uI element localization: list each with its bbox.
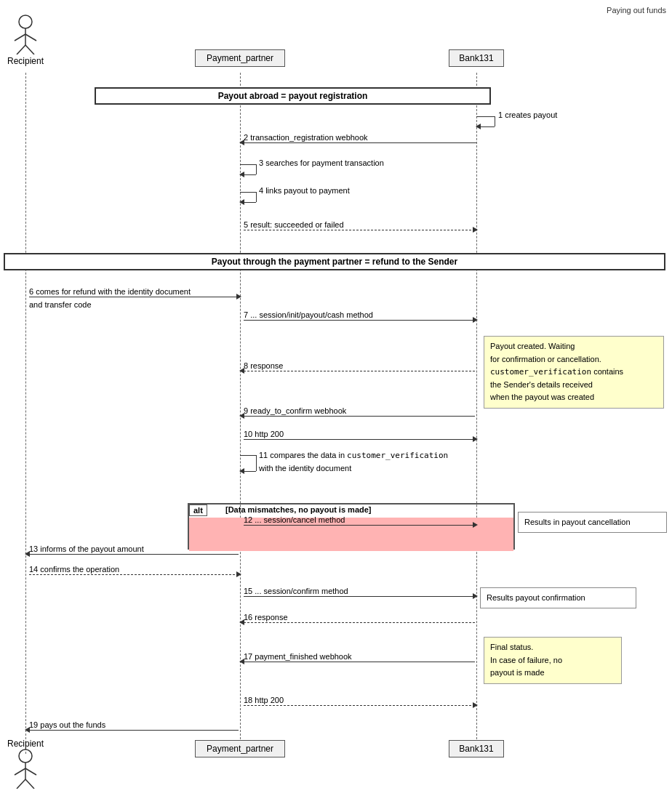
msg18-label: 18 http 200: [244, 696, 284, 704]
msg14-label: 14 confirms the operation: [29, 565, 119, 574]
svg-line-4: [17, 45, 25, 55]
msg15-arrow: [473, 593, 478, 599]
svg-point-0: [19, 15, 32, 28]
svg-line-2: [15, 34, 25, 41]
msg2-label: 2 transaction_registration webhook: [244, 133, 368, 142]
msg8-label: 8 response: [244, 361, 283, 370]
msg3-label: 3 searches for payment transaction: [259, 158, 384, 167]
msg18-line: [244, 705, 475, 706]
diagram-title: Paying out funds: [607, 6, 666, 15]
lifeline-box-bank131-bottom: Bank131: [449, 740, 504, 757]
msg6-label: 6 comes for refund with the identity doc…: [29, 286, 191, 311]
alt-condition: [Data mismatches, no payout is made]: [225, 505, 372, 514]
alt-label: alt: [189, 505, 207, 516]
lifeline-recipient: [25, 73, 26, 754]
actor-recipient-bottom: Recipient: [7, 737, 44, 789]
section1-header: Payout abroad = payout registration: [95, 87, 491, 105]
msg17-line: [244, 662, 475, 662]
note1: Payout created. Waiting for confirmation…: [484, 336, 664, 409]
msg5-line: [244, 230, 475, 230]
section2-header: Payout through the payment partner = ref…: [4, 253, 665, 270]
msg6-arrow: [236, 294, 241, 300]
msg12-arrow: [473, 522, 478, 528]
msg4-label: 4 links payout to payment: [259, 186, 350, 195]
msg13-line: [29, 554, 239, 555]
msg15-line: [244, 596, 475, 597]
msg18-arrow: [473, 702, 478, 708]
lifeline-box-bank131-top: Bank131: [449, 49, 504, 67]
lifeline-box-payment-partner-top: Payment_partner: [195, 49, 285, 67]
svg-line-11: [25, 779, 34, 789]
actor-recipient-bottom-label: Recipient: [7, 739, 44, 749]
msg7-label: 7 ... session/init/payout/cash method: [244, 310, 373, 319]
msg14-arrow: [236, 571, 241, 577]
msg12-label: 12 ... session/cancel method: [244, 515, 345, 524]
msg10-arrow: [473, 436, 478, 442]
msg2-line: [244, 142, 476, 143]
msg10-line: [244, 439, 475, 440]
note2: Results in payout cancellation: [518, 512, 667, 533]
svg-line-5: [25, 45, 34, 55]
msg5-label: 5 result: succeeded or failed: [244, 220, 344, 229]
msg19-label: 19 pays out the funds: [29, 720, 105, 729]
msg7-arrow: [473, 317, 478, 323]
msg7-line: [244, 320, 475, 321]
note4: Final status. In case of failure, no pay…: [484, 637, 622, 684]
msg8-line: [244, 371, 475, 371]
msg17-label: 17 payment_finished webhook: [244, 652, 352, 661]
lifeline-box-payment-partner-bottom: Payment_partner: [195, 740, 285, 757]
msg1-label: 1 creates payout: [498, 110, 557, 119]
note3: Results payout confirmation: [480, 587, 636, 608]
sequence-diagram: Paying out funds Recipient Payment_partn…: [0, 0, 672, 812]
msg13-label: 13 informs of the payout amount: [29, 544, 144, 553]
actor-recipient-top: Recipient: [7, 15, 44, 66]
lifeline-bank131: [476, 73, 477, 754]
msg14-line: [29, 574, 239, 575]
msg16-label: 16 response: [244, 613, 288, 622]
msg12-line: [244, 525, 475, 526]
svg-line-8: [15, 768, 25, 775]
msg15-label: 15 ... session/confirm method: [244, 587, 348, 595]
svg-line-3: [25, 34, 36, 41]
alt-pink-bg: [189, 518, 513, 551]
msg16-line: [244, 622, 475, 623]
svg-line-10: [17, 779, 25, 789]
svg-line-9: [25, 768, 36, 775]
msg5-arrow: [473, 227, 478, 233]
msg9-label: 9 ready_to_confirm webhook: [244, 406, 346, 415]
svg-point-6: [19, 749, 32, 763]
actor-recipient-top-label: Recipient: [7, 56, 44, 66]
msg10-label: 10 http 200: [244, 430, 284, 438]
msg11-label: 11 compares the data in customer_verific…: [259, 449, 448, 475]
msg19-line: [29, 730, 239, 731]
msg9-line: [244, 416, 475, 417]
alt-fragment: alt [Data mismatches, no payout is made]: [188, 503, 515, 550]
